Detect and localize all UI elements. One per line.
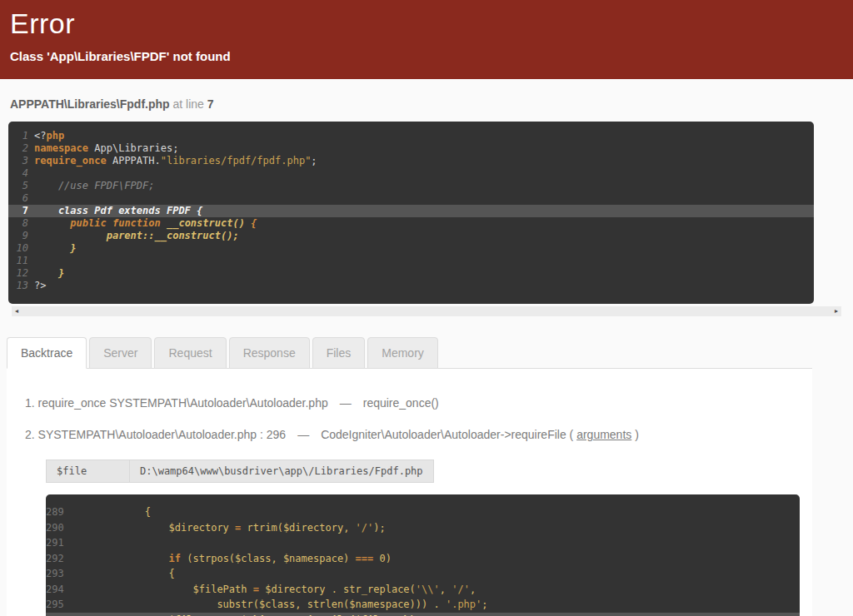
code-text: {: [72, 566, 175, 582]
error-message: Class 'App\Libraries\FPDF' not found: [10, 49, 843, 63]
source-location: APPPATH\Libraries\Fpdf.php at line 7: [10, 97, 843, 111]
code-line: 9 parent::__construct();: [8, 230, 814, 242]
code-text: $filename = $this->requireFile($filePath…: [72, 613, 422, 616]
backtrace-list: 1. require_once SYSTEMPATH\Autoloader\Au…: [25, 396, 800, 441]
dash-separator: —: [340, 396, 352, 410]
line-number: 296: [46, 613, 72, 616]
line-number: 4: [8, 167, 34, 180]
line-number: 295: [46, 597, 72, 613]
backtrace-location: SYSTEMPATH\Autoloader\Autoloader.php : 2…: [38, 428, 287, 441]
backtrace-item: 2. SYSTEMPATH\Autoloader\Autoloader.php …: [25, 428, 800, 441]
code-text: [72, 535, 78, 551]
code-text: [34, 255, 40, 267]
code-line: 3require_once APPPATH."libraries/fpdf/fp…: [8, 155, 814, 167]
code-line: 12 }: [8, 267, 814, 280]
source-code-block: 1<?php2namespace App\Libraries;3require_…: [8, 122, 814, 304]
code-line: 13?>: [8, 280, 814, 292]
code-text: {: [72, 504, 151, 520]
line-number: 1: [8, 130, 34, 142]
line-number: 8: [8, 217, 34, 230]
code-text: }: [34, 267, 64, 280]
code-line: 296 $filename = $this->requireFile($file…: [46, 613, 800, 616]
backtrace-panel: 1. require_once SYSTEMPATH\Autoloader\Au…: [7, 368, 812, 616]
line-number: 290: [46, 520, 72, 536]
arguments-table: $fileD:\wamp64\www\busdriver\app\/Librar…: [46, 460, 434, 483]
code-text: ?>: [34, 280, 46, 292]
code-text: require_once APPPATH."libraries/fpdf/fpd…: [34, 155, 317, 167]
source-line-number: 7: [207, 97, 214, 111]
code-line: 8 public function __construct() {: [8, 217, 814, 230]
code-text: public function __construct() {: [34, 217, 257, 230]
autoloader-code-block: 289 {290 $directory = rtrim($directory, …: [46, 494, 800, 616]
code-line: 293 {: [46, 566, 800, 582]
page-title: Error: [10, 7, 843, 40]
line-number: 9: [8, 230, 34, 242]
argument-value: D:\wamp64\www\busdriver\app\/Libraries/F…: [130, 460, 434, 483]
line-number: 3: [8, 155, 34, 167]
line-number: 293: [46, 566, 72, 582]
code-text: //use FPDF\FPDF;: [34, 180, 155, 192]
code-line: 4: [8, 167, 814, 180]
tab-files[interactable]: Files: [312, 337, 366, 369]
line-number: 10: [8, 242, 34, 255]
code-text: $filePath = $directory . str_replace('\\…: [72, 582, 476, 598]
code-text: substr($class, strlen($namespace))) . '.…: [72, 597, 488, 613]
backtrace-function-suffix: ): [631, 428, 639, 441]
tab-backtrace[interactable]: Backtrace: [7, 337, 87, 369]
code-text: }: [34, 242, 77, 255]
tab-response[interactable]: Response: [229, 337, 310, 369]
code-line: 290 $directory = rtrim($directory, '/');: [46, 520, 800, 536]
code-line: 292 if (strpos($class, $namespace) === 0…: [46, 551, 800, 567]
code-text: $directory = rtrim($directory, '/');: [72, 520, 386, 536]
backtrace-location: require_once SYSTEMPATH\Autoloader\Autol…: [38, 396, 328, 410]
code-line: 5 //use FPDF\FPDF;: [8, 180, 814, 192]
code-line: 1<?php: [8, 130, 814, 142]
argument-row: $fileD:\wamp64\www\busdriver\app\/Librar…: [47, 460, 434, 483]
line-number: 13: [8, 280, 34, 292]
backtrace-function: CodeIgniter\Autoloader\Autoloader->requi…: [321, 428, 576, 441]
tab-request[interactable]: Request: [154, 337, 226, 369]
arguments-link[interactable]: arguments: [576, 428, 631, 441]
scroll-right-icon[interactable]: ▸: [835, 306, 838, 316]
line-number: 5: [8, 180, 34, 192]
line-number: 11: [8, 255, 34, 267]
code-line: 7 class Pdf extends FPDF {: [8, 205, 814, 217]
code-text: <?php: [34, 130, 64, 142]
source-file-path: APPPATH\Libraries\Fpdf.php: [10, 97, 170, 111]
tab-server[interactable]: Server: [89, 337, 152, 369]
line-number: 291: [46, 535, 72, 551]
code-line: 11: [8, 255, 814, 267]
line-number: 7: [8, 205, 34, 217]
error-header: Error Class 'App\Libraries\FPDF' not fou…: [0, 0, 853, 79]
code-line: 289 {: [46, 504, 800, 520]
code-text: [34, 192, 40, 205]
line-number: 292: [46, 551, 72, 567]
backtrace-function: require_once(): [363, 396, 439, 410]
horizontal-scrollbar[interactable]: ◂ ▸: [12, 306, 841, 316]
code-line: 10 }: [8, 242, 814, 255]
code-line: 291: [46, 535, 800, 551]
scroll-left-icon[interactable]: ◂: [15, 306, 18, 316]
code-text: if (strpos($class, $namespace) === 0): [72, 551, 392, 567]
code-text: parent::__construct();: [34, 230, 239, 242]
code-line: 6: [8, 192, 814, 205]
dash-separator: —: [297, 428, 309, 441]
line-number: 294: [46, 582, 72, 598]
code-text: [34, 167, 40, 180]
backtrace-index: 2.: [25, 428, 38, 441]
code-text: class Pdf extends FPDF {: [34, 205, 202, 217]
line-number: 12: [8, 267, 34, 280]
line-number: 289: [46, 504, 72, 520]
at-line-label: at line: [170, 97, 207, 111]
debug-tabs: BacktraceServerRequestResponseFilesMemor…: [7, 337, 846, 368]
line-number: 2: [8, 142, 34, 155]
backtrace-index: 1.: [25, 396, 38, 410]
code-line: 295 substr($class, strlen($namespace))) …: [46, 597, 800, 613]
tab-memory[interactable]: Memory: [367, 337, 438, 369]
line-number: 6: [8, 192, 34, 205]
backtrace-item: 1. require_once SYSTEMPATH\Autoloader\Au…: [25, 396, 800, 410]
code-line: 294 $filePath = $directory . str_replace…: [46, 582, 800, 598]
code-text: namespace App\Libraries;: [34, 142, 178, 155]
code-line: 2namespace App\Libraries;: [8, 142, 814, 155]
argument-name: $file: [47, 460, 130, 483]
